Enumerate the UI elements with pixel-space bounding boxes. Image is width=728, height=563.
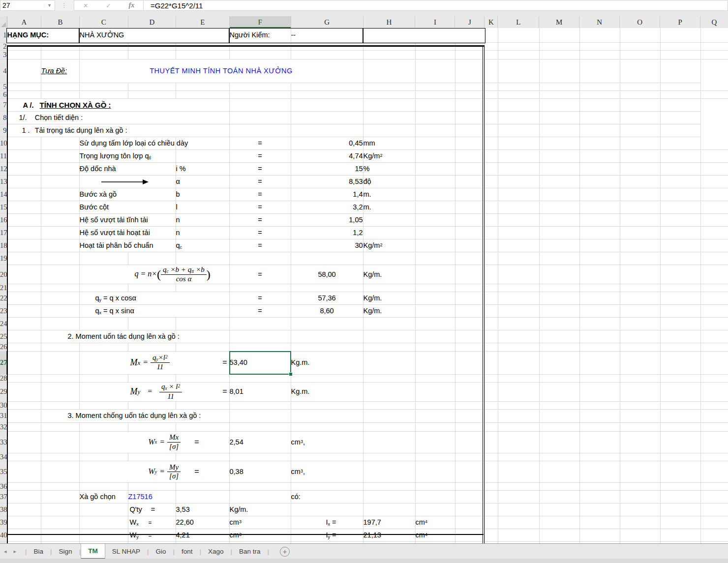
selected-cell-F27[interactable]: 53,40 <box>229 351 291 374</box>
tab-bia[interactable]: Bia <box>27 544 51 559</box>
param-label[interactable]: Bước cột <box>79 201 176 214</box>
qx-value[interactable]: 8,60 <box>291 305 363 318</box>
add-sheet-button[interactable]: + <box>280 544 290 559</box>
param-value[interactable]: 15 <box>291 163 363 176</box>
cell-section-3[interactable]: 3. Moment chống uốn tác dụng lên xà gồ : <box>41 410 229 423</box>
param-label[interactable]: Hoạt tải phân bố chuẩn <box>79 239 176 252</box>
param-symbol[interactable]: α <box>176 176 229 188</box>
param-eq[interactable]: = <box>229 176 291 188</box>
ix-unit[interactable]: cm4 <box>415 516 455 529</box>
tab-sl-nhap[interactable]: SL NHAP <box>105 544 147 559</box>
qty-value[interactable]: 3,53 <box>176 504 229 516</box>
param-label[interactable]: Sử dụng tấm lớp loại có chiều dày <box>79 137 176 150</box>
cell-qx[interactable]: qx = q x sinα <box>79 305 229 318</box>
wy-chosen-value[interactable]: 4,21 <box>176 529 229 542</box>
cancel-icon[interactable]: ✕ <box>83 2 89 9</box>
param-eq[interactable]: = <box>229 227 291 239</box>
ix-label[interactable]: Ix = <box>291 516 363 529</box>
param-value[interactable]: 30 <box>291 239 363 252</box>
cell-kiem-value[interactable]: -- <box>291 28 363 42</box>
cell-hang-muc[interactable]: HẠNG MỤC: <box>7 28 79 42</box>
cell-wx-formula[interactable]: Wx = Mx[σ] = <box>79 432 229 453</box>
wx-chosen-value[interactable]: 22,60 <box>176 516 229 529</box>
wy-unit[interactable]: cm3, <box>291 461 363 483</box>
page-title[interactable]: THUYẾT MINH TÍNH TOÁN NHÀ XƯỞNG <box>79 59 363 83</box>
name-box[interactable]: 27 ▼ <box>0 0 55 11</box>
cell-my-formula[interactable]: My = qx × l211 = <box>79 382 229 401</box>
cell-section-2[interactable]: 2. Moment uốn tác dụng lên xà gồ : <box>41 330 229 343</box>
param-symbol[interactable] <box>176 150 229 163</box>
cell-wy-formula[interactable]: Wy = My[σ] = <box>79 461 229 483</box>
param-unit[interactable]: độ <box>363 176 415 188</box>
col-header-N[interactable]: N <box>579 16 620 28</box>
param-value[interactable]: 3,2 <box>291 201 363 214</box>
mx-unit[interactable]: Kg.m. <box>291 351 363 374</box>
insert-function-icon[interactable]: fx <box>129 1 135 9</box>
col-header-K[interactable]: K <box>485 16 498 28</box>
col-header-G[interactable]: G <box>291 16 364 28</box>
param-value[interactable]: 4,74 <box>291 150 363 163</box>
param-symbol[interactable]: qc <box>176 239 229 252</box>
chosen-co[interactable]: có: <box>291 491 363 504</box>
wx-chosen-label[interactable]: Wx= <box>128 516 176 529</box>
iy-value[interactable]: 21,13 <box>363 529 415 542</box>
col-header-I[interactable]: I <box>415 16 455 28</box>
param-eq[interactable]: = <box>229 201 291 214</box>
param-eq[interactable]: = <box>229 163 291 176</box>
qy-value[interactable]: 57,36 <box>291 292 363 305</box>
col-header-P[interactable]: P <box>660 16 700 28</box>
tab-scroll-right-icon[interactable]: ▸ <box>14 548 17 555</box>
wy-value[interactable]: 0,38 <box>229 461 291 483</box>
cell-nha-xuong[interactable]: NHÀ XƯỞNG <box>79 28 229 42</box>
cell-mx-formula[interactable]: Mx = qy×l211 = <box>79 351 229 374</box>
row-header-27-selected[interactable]: 27 <box>0 351 7 374</box>
tab-font[interactable]: font <box>175 544 200 559</box>
param-eq[interactable]: = <box>229 214 291 227</box>
q-eq[interactable]: = <box>229 265 291 284</box>
qy-eq[interactable]: = <box>229 292 291 305</box>
param-eq[interactable]: = <box>229 137 291 150</box>
chosen-label[interactable]: Xà gồ chọn <box>79 491 128 504</box>
param-label[interactable] <box>79 176 176 188</box>
my-unit[interactable]: Kg.m. <box>291 382 363 401</box>
col-header-A[interactable]: A <box>7 16 41 28</box>
cell-tua-de[interactable]: Tựa Đề: <box>41 59 79 83</box>
enter-icon[interactable]: ✓ <box>106 2 111 9</box>
col-header-B[interactable]: B <box>41 16 80 28</box>
param-value[interactable]: 8,53 <box>291 176 363 188</box>
col-header-F-selected[interactable]: F <box>230 16 291 28</box>
param-symbol[interactable]: l <box>176 201 229 214</box>
q-value[interactable]: 58,00 <box>291 265 363 284</box>
param-unit[interactable]: Kg/m2 <box>363 239 415 252</box>
param-label[interactable]: Bước xà gồ <box>79 188 176 201</box>
param-value[interactable]: 1,4 <box>291 188 363 201</box>
col-header-L[interactable]: L <box>498 16 539 28</box>
param-label[interactable]: Hệ số vượt tải hoạt tải <box>79 227 176 239</box>
chosen-code[interactable]: Z17516 <box>128 491 176 504</box>
param-value[interactable]: 1,05 <box>291 214 363 227</box>
cell-nguoi-kiem[interactable]: Người Kiểm: <box>229 28 291 42</box>
param-symbol[interactable]: b <box>176 188 229 201</box>
qty-label-cell[interactable]: Q'ty= <box>128 504 176 516</box>
q-unit[interactable]: Kg/m. <box>363 265 415 284</box>
cell-qy[interactable]: qy = q x cosα <box>79 292 229 305</box>
tab-ban-tra[interactable]: Ban tra <box>232 544 268 559</box>
param-unit[interactable]: % <box>363 163 415 176</box>
col-header-C[interactable]: C <box>80 16 128 28</box>
col-header-E[interactable]: E <box>176 16 230 28</box>
tab-tm-active[interactable]: TM <box>81 544 105 559</box>
col-header-J[interactable]: J <box>455 16 485 28</box>
wx-unit[interactable]: cm3, <box>291 432 363 453</box>
tab-sign[interactable]: Sign <box>52 544 79 559</box>
param-unit[interactable]: m. <box>363 201 415 214</box>
col-header-D[interactable]: D <box>128 16 176 28</box>
param-unit[interactable] <box>363 227 415 239</box>
select-all-corner[interactable] <box>0 16 7 28</box>
wy-chosen-unit[interactable]: cm3 <box>229 529 291 542</box>
param-symbol[interactable]: i % <box>176 163 229 176</box>
param-value[interactable]: 0,45 <box>291 137 363 150</box>
param-value[interactable]: 1,2 <box>291 227 363 239</box>
col-header-M[interactable]: M <box>539 16 579 28</box>
chevron-down-icon[interactable]: ▼ <box>44 3 55 8</box>
param-unit[interactable] <box>363 214 415 227</box>
